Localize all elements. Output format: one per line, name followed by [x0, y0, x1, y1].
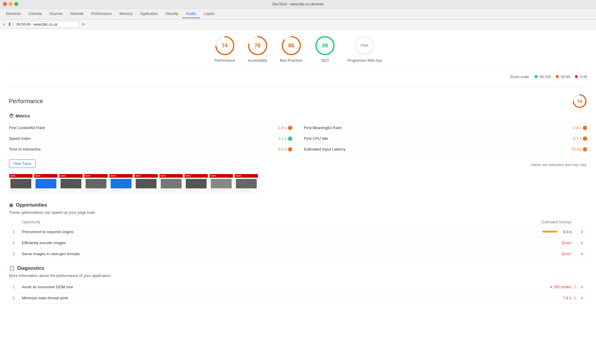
metric-name-fcp: First Contentful Paint — [9, 126, 45, 130]
reload-icon[interactable]: ⟳ — [82, 22, 85, 27]
tab-sources[interactable]: Sources — [46, 10, 66, 18]
minimize-button[interactable] — [9, 2, 13, 6]
chevron-down-icon-2[interactable]: ∨ — [580, 240, 583, 245]
tab-security[interactable]: Security — [162, 10, 182, 18]
close-button[interactable] — [3, 2, 7, 6]
metric-value-eil: 70 ms i — [571, 147, 587, 151]
maximize-button[interactable] — [14, 2, 18, 6]
diagnostics-table: 1 Avoid an excessive DOM size 4,785 node… — [9, 281, 587, 303]
diag-savings-2: 7.8 s ⚠ ∨ — [353, 292, 587, 303]
opportunities-icon: ▣ — [9, 202, 13, 208]
opp-col-num — [9, 218, 18, 226]
opp-name-2: Efficiently encode images — [18, 237, 374, 248]
metric-name-tti: Time to Interactive — [9, 147, 41, 151]
metric-name-si: Speed Index — [9, 136, 31, 141]
scores-row: 74 Performance 78 Accessibility 86 — [9, 35, 587, 69]
tab-audits[interactable]: Audits — [182, 10, 199, 18]
score-best-practices: 86 Best Practices — [280, 35, 303, 63]
diagnostics-desc: More information about the performance o… — [9, 273, 587, 278]
tab-application[interactable]: Application — [137, 10, 161, 18]
metric-first-cpu-idle: First CPU Idle 5.7 s i — [298, 133, 587, 144]
opp-expand-2[interactable]: ∨ — [575, 237, 587, 248]
info-icon-fci: i — [583, 137, 587, 141]
diagnostics-section-header: 📋 Diagnostics — [9, 265, 587, 271]
info-icon-eil: i — [583, 147, 587, 151]
score-circle-best-practices: 86 — [281, 35, 302, 56]
tab-memory[interactable]: Memory — [116, 10, 136, 18]
diag-name-2: Minimize main-thread work — [18, 292, 353, 303]
tab-network[interactable]: Network — [67, 10, 87, 18]
filmstrip-frame-1: NEWS — [9, 174, 33, 193]
metrics-title: Metrics — [16, 114, 30, 118]
score-circle-seo: 98 — [315, 35, 335, 56]
warning-icon-2: ⚠ — [573, 295, 577, 300]
score-pwa: PWA Progressive Web App — [347, 35, 382, 63]
filmstrip-frame-4: NEWS — [84, 174, 108, 193]
window-title: DevTools - www.bbc.co.uk/news — [273, 2, 323, 6]
performance-section-header: Performance 74 — [9, 94, 587, 109]
main-content: 74 Performance 78 Accessibility 86 — [0, 29, 596, 364]
metric-time-to-interactive: Time to Interactive 6.5 s i — [9, 144, 298, 155]
check-icon-si: ✓ — [288, 137, 292, 141]
opp-expand-3[interactable]: ∨ — [575, 248, 587, 259]
chevron-down-icon-1[interactable]: ∨ — [580, 229, 583, 234]
download-button[interactable]: ⬇ — [7, 21, 11, 27]
score-accessibility: 78 Accessibility — [247, 35, 268, 63]
filmstrip-frame-9: NEWS — [209, 174, 233, 193]
titlebar: DevTools - www.bbc.co.uk/news — [0, 0, 596, 8]
metric-name-eil: Estimated Input Latency — [304, 147, 346, 151]
add-button[interactable]: + — [2, 22, 5, 27]
tab-elements[interactable]: Elements — [2, 10, 24, 18]
filmstrip-frame-8: NEWS — [184, 174, 208, 193]
score-value-seo: 98 — [322, 43, 328, 49]
filmstrip-frame-10: NEWS — [234, 174, 258, 193]
scale-range-green: 90-100 — [535, 75, 551, 79]
addressbar: + ⬇ ⟳ — [0, 20, 596, 29]
chevron-down-icon-diag-2[interactable]: ∨ — [580, 295, 583, 300]
score-scale: Score scale: 90-100 50-89 0-49 — [9, 75, 587, 79]
opp-row-1: 1 Preconnect to required origins 0.3 s ∨ — [9, 226, 587, 237]
scale-dot-orange — [556, 75, 559, 78]
score-scale-label: Score scale: — [510, 75, 530, 79]
opp-row-3: 3 Serve images in next-gen formats Error… — [9, 248, 587, 259]
view-trace-row: View Trace Values are estimated and may … — [9, 159, 587, 170]
chevron-down-icon-3[interactable]: ∨ — [580, 251, 583, 256]
opp-table-header: Opportunity Estimated Savings — [9, 218, 587, 226]
filmstrip-frame-5: NEWS — [109, 174, 133, 193]
opportunities-desc: These optimizations can speed up your pa… — [9, 210, 587, 215]
tab-console[interactable]: Console — [25, 10, 45, 18]
diag-val-2: 7.8 s — [563, 296, 571, 300]
filmstrip-frame-6: NEWS — [134, 174, 158, 193]
info-icon-fmp: i — [583, 126, 587, 130]
view-trace-button[interactable]: View Trace — [9, 159, 35, 168]
diag-name-1: Avoid an excessive DOM size — [18, 281, 353, 292]
info-icon-fcp: i — [288, 126, 292, 130]
opportunities-section-header: ▣ Opportunities — [9, 202, 587, 208]
filmstrip: NEWS NEWS NEWS NEWS — [9, 174, 587, 193]
chevron-down-icon-diag-1[interactable]: ∨ — [580, 284, 583, 289]
metric-speed-index: Speed Index 3.1 s ✓ — [9, 133, 298, 144]
opportunities-table: Opportunity Estimated Savings 1 Preconne… — [9, 218, 587, 259]
score-circle-pwa: PWA — [354, 35, 375, 56]
opp-savings-2: Error! — [374, 237, 575, 248]
score-label-best-practices: Best Practices — [280, 58, 303, 63]
tab-performance[interactable]: Performance — [88, 10, 115, 18]
score-value-pwa: PWA — [360, 44, 369, 48]
score-label-seo: SEO — [321, 58, 329, 63]
diag-row-2: 2 Minimize main-thread work 7.8 s ⚠ ∨ — [9, 292, 587, 303]
filmstrip-frame-2: NEWS — [34, 174, 58, 193]
opp-expand-1[interactable]: ∨ — [575, 226, 587, 237]
filmstrip-frame-7: NEWS — [159, 174, 183, 193]
opp-row-2: 2 Efficiently encode images Error! ∨ — [9, 237, 587, 248]
score-circle-performance: 74 — [214, 35, 235, 56]
address-input[interactable] — [14, 21, 79, 28]
metrics-right-col: First Meaningful Paint 2.8 s i First CPU… — [298, 123, 587, 155]
tab-layers[interactable]: Layers — [200, 10, 218, 18]
metric-first-contentful-paint: First Contentful Paint 2.8 s i — [9, 123, 298, 133]
opp-name-1: Preconnect to required origins — [18, 226, 374, 237]
opp-savings-3: Error! — [374, 248, 575, 259]
diag-num-1: 1 — [9, 281, 18, 292]
stopwatch-icon: ⏱ — [9, 113, 14, 119]
diag-row-1: 1 Avoid an excessive DOM size 4,785 node… — [9, 281, 587, 292]
opp-col-opportunity: Opportunity — [18, 218, 374, 226]
